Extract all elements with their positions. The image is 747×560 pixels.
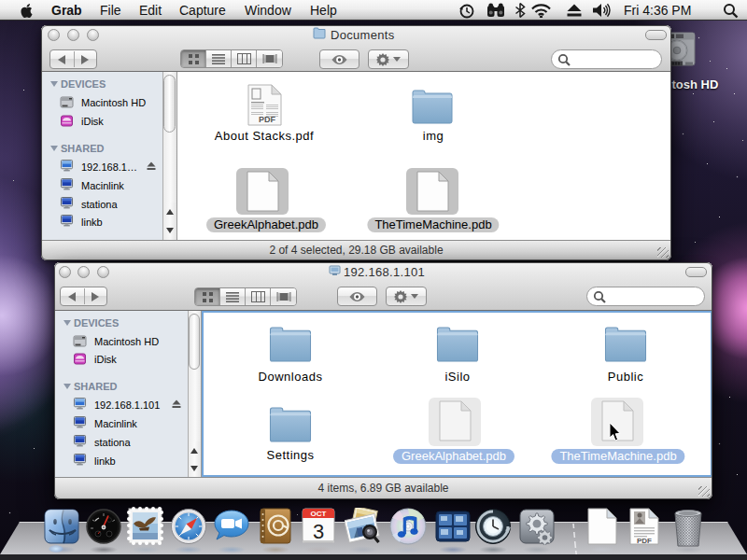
svg-text:OCT: OCT [311,510,327,518]
svg-text:PDF: PDF [637,537,652,545]
svg-text:3: 3 [313,520,324,543]
svg-text:PDF: PDF [259,115,276,124]
